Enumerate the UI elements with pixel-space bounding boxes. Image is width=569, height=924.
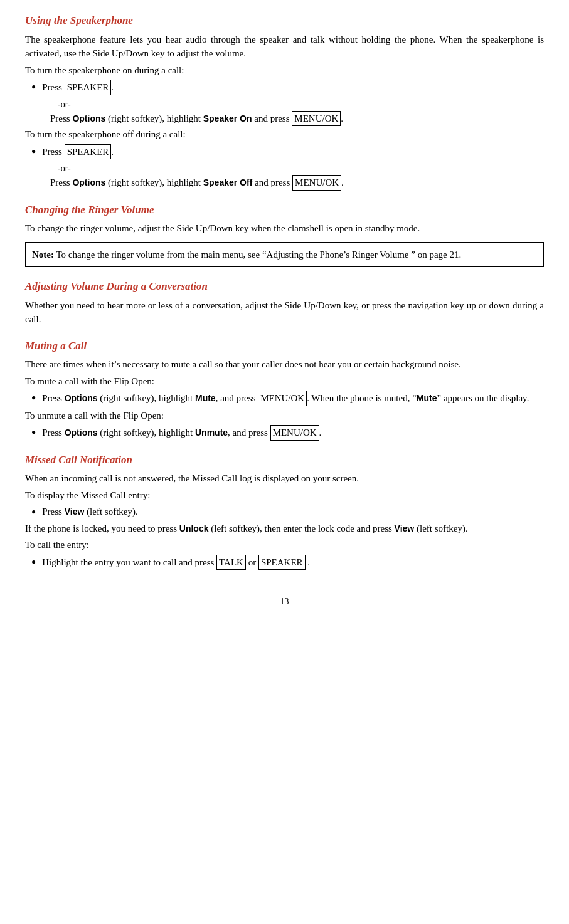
speakerphone-intro: The speakerphone feature lets you hear a… (25, 33, 544, 61)
options-key-1: Options (72, 113, 105, 123)
options-key-3: Options (65, 393, 98, 403)
view-content: Press View (left softkey). (42, 505, 544, 519)
unlock-key: Unlock (179, 523, 209, 533)
mute-key: Mute (195, 393, 216, 403)
note-box: Note: To change the ringer volume from t… (25, 242, 544, 268)
view-bullet-item: Press View (left softkey). (25, 505, 544, 519)
mute-bullet-item: Press Options (right softkey), highlight… (25, 391, 544, 406)
missed-section: Missed Call Notification When an incomin… (25, 452, 544, 570)
locked-text: If the phone is locked, you need to pres… (25, 522, 544, 536)
volume-text: Whether you need to hear more or less of… (25, 298, 544, 327)
ringer-title: Changing the Ringer Volume (25, 202, 544, 218)
muting-intro: There are times when it’s necessary to m… (25, 357, 544, 372)
ringer-text: To change the ringer volume, adjust the … (25, 221, 544, 236)
unmute-key: Unmute (195, 428, 228, 438)
mute-key-2: Mute (417, 393, 437, 403)
view-key-2: View (395, 523, 415, 533)
page-number: 13 (25, 595, 544, 608)
speakerphone-section: Using the Speakerphone The speakerphone … (25, 13, 544, 191)
turn-on-label: To turn the speakerphone on during a cal… (25, 63, 544, 78)
highlight-content: Highlight the entry you want to call and… (42, 555, 544, 570)
talk-key: TALK (216, 555, 246, 570)
turn-on-content: Press SPEAKER. (42, 80, 544, 95)
missed-intro: When an incoming call is not answered, t… (25, 471, 544, 486)
menu-ok-key-3: MENU/OK (258, 391, 307, 406)
call-label: To call the entry: (25, 538, 544, 552)
ringer-section: Changing the Ringer Volume To change the… (25, 202, 544, 268)
turn-off-content: Press SPEAKER. (42, 144, 544, 160)
options-key-4: Options (65, 428, 98, 438)
muting-section: Muting a Call There are times when it’s … (25, 338, 544, 441)
turn-off-or-item: Press Options (right softkey), highlight… (25, 175, 544, 191)
speaker-on-key: Speaker On (203, 113, 252, 123)
display-label: To display the Missed Call entry: (25, 488, 544, 503)
options-key-2: Options (72, 177, 105, 187)
turn-off-bullet-item: Press SPEAKER. (25, 144, 544, 160)
menu-ok-key-4: MENU/OK (270, 425, 319, 441)
unmute-content: Press Options (right softkey), highlight… (42, 425, 544, 441)
volume-title: Adjusting Volume During a Conversation (25, 278, 544, 295)
volume-section: Adjusting Volume During a Conversation W… (25, 278, 544, 327)
menu-ok-key-1: MENU/OK (292, 111, 341, 127)
highlight-bullet-item: Highlight the entry you want to call and… (25, 555, 544, 570)
missed-title: Missed Call Notification (25, 452, 544, 468)
view-key: View (65, 507, 85, 517)
speaker-off-key: Speaker Off (203, 177, 253, 187)
muting-title: Muting a Call (25, 338, 544, 354)
turn-on-press: Press (42, 82, 64, 92)
speakerphone-title: Using the Speakerphone (25, 13, 544, 29)
note-text: To change the ringer volume from the mai… (54, 249, 461, 260)
or-text-1: -or- (25, 98, 544, 111)
speaker-key-on: SPEAKER (65, 80, 112, 95)
turn-off-label: To turn the speakerphone off during a ca… (25, 127, 544, 142)
flip-open-label: To mute a call with the Flip Open: (25, 374, 544, 389)
speaker-key-2: SPEAKER (258, 555, 306, 570)
or-text-2: -or- (25, 162, 544, 175)
turn-on-or-item: Press Options (right softkey), highlight… (25, 111, 544, 127)
turn-on-bullet-item: Press SPEAKER. (25, 80, 544, 95)
unmute-bullet-item: Press Options (right softkey), highlight… (25, 425, 544, 441)
mute-content: Press Options (right softkey), highlight… (42, 391, 544, 406)
menu-ok-key-2: MENU/OK (292, 175, 341, 191)
note-label: Note: (32, 249, 54, 260)
speaker-key-off: SPEAKER (65, 144, 112, 160)
unmute-label: To unmute a call with the Flip Open: (25, 409, 544, 423)
